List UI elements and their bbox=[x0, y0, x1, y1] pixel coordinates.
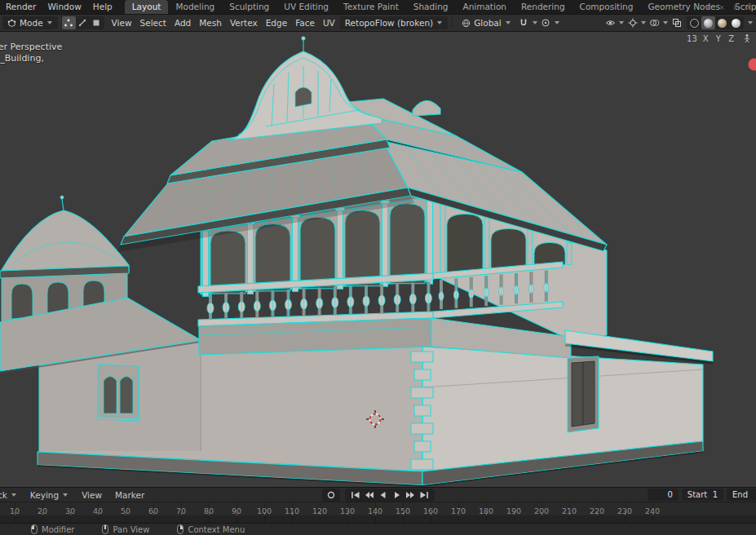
start-frame-field[interactable]: Start 1 bbox=[682, 489, 723, 501]
retopoflow-dropdown[interactable]: RetopoFlow (broken) bbox=[340, 16, 448, 29]
edge-select-button[interactable] bbox=[76, 16, 90, 29]
workspace-tab-layout[interactable]: Layout bbox=[125, 0, 169, 14]
header-menu-select[interactable]: Select bbox=[136, 18, 170, 28]
current-frame-field[interactable]: 0 bbox=[648, 489, 679, 501]
start-value: 1 bbox=[713, 490, 718, 499]
wireframe-shading-button[interactable] bbox=[687, 16, 701, 29]
snap-toggle-button[interactable] bbox=[517, 16, 531, 29]
window bbox=[95, 365, 141, 421]
timeline-menu-keying[interactable]: Keying bbox=[24, 490, 75, 500]
solid-shading-button[interactable] bbox=[701, 16, 715, 29]
mode-label: Mode bbox=[20, 18, 43, 28]
workspace-tab-rendering[interactable]: Rendering bbox=[514, 0, 573, 14]
header-menu-edge[interactable]: Edge bbox=[262, 18, 291, 28]
snap-dropdown[interactable] bbox=[533, 21, 537, 24]
timeline-track bbox=[0, 515, 756, 523]
overlays-dropdown[interactable] bbox=[663, 21, 668, 24]
frame-number: 120 bbox=[312, 506, 327, 515]
shading-dropdown[interactable] bbox=[748, 21, 753, 24]
workspace-tabs: LayoutModelingSculptingUV EditingTexture… bbox=[125, 0, 756, 14]
mode-dropdown[interactable]: Mode bbox=[2, 16, 58, 29]
viewport-header: Mode ViewSelectAddMeshVertexEdgeFaceUV R… bbox=[0, 14, 756, 32]
topbar-icon[interactable]: × bbox=[705, 3, 712, 11]
frame-number: 230 bbox=[617, 506, 632, 515]
topbar: RenderWindowHelp LayoutModelingSculpting… bbox=[0, 0, 756, 14]
solid-shading-icon bbox=[704, 19, 713, 28]
record-icon bbox=[325, 489, 337, 501]
next-keyframe-button[interactable] bbox=[404, 489, 418, 501]
workspace-tab-shading[interactable]: Shading bbox=[406, 0, 456, 14]
timeline-ruler[interactable]: 1020304050607080901001101201301401501601… bbox=[0, 502, 756, 523]
material-preview-button[interactable] bbox=[715, 16, 729, 29]
workspace-tab-sculpting[interactable]: Sculpting bbox=[222, 0, 276, 14]
separator bbox=[452, 17, 453, 29]
workspace-tab-animation[interactable]: Animation bbox=[455, 0, 514, 14]
previous-keyframe-button[interactable] bbox=[362, 489, 376, 501]
face-select-button[interactable] bbox=[90, 16, 104, 29]
play-button[interactable] bbox=[390, 489, 404, 501]
menu-render[interactable]: Render bbox=[0, 0, 42, 14]
proportional-editing-button[interactable] bbox=[539, 16, 553, 29]
jump-to-start-icon bbox=[349, 489, 361, 501]
jump-to-start-button[interactable] bbox=[348, 489, 362, 501]
header-menu-vertex[interactable]: Vertex bbox=[226, 18, 262, 28]
corner-quoins bbox=[411, 352, 433, 470]
menu-window[interactable]: Window bbox=[42, 0, 86, 14]
workspace-tab-modeling[interactable]: Modeling bbox=[168, 0, 222, 14]
blender-window: RenderWindowHelp LayoutModelingSculpting… bbox=[0, 0, 756, 535]
timeline-menu-playback[interactable]: Playback bbox=[0, 490, 24, 500]
gizmo-dropdown[interactable] bbox=[641, 21, 646, 24]
face-select-icon bbox=[91, 18, 101, 28]
play-reverse-icon bbox=[377, 489, 389, 501]
show-visibility-button[interactable] bbox=[603, 16, 617, 29]
rendered-shading-button[interactable] bbox=[729, 16, 743, 29]
play-reverse-button[interactable] bbox=[376, 489, 390, 501]
vertex-select-button[interactable] bbox=[62, 16, 76, 29]
status-label: Pan View bbox=[113, 525, 149, 534]
frame-number: 180 bbox=[479, 506, 493, 515]
header-menu-view[interactable]: View bbox=[108, 18, 136, 28]
jump-to-end-button[interactable] bbox=[418, 489, 431, 501]
proportional-editing-icon bbox=[541, 18, 550, 28]
3d-viewport[interactable]: User Perspective Main_Building, 13 X Y Z bbox=[0, 32, 756, 487]
header-menu-face[interactable]: Face bbox=[291, 18, 319, 28]
axis-gizmo-x-ball[interactable] bbox=[749, 59, 756, 71]
header-menu-add[interactable]: Add bbox=[170, 18, 195, 28]
header-menu-uv[interactable]: UV bbox=[319, 18, 339, 28]
edit-mode-icon bbox=[7, 19, 16, 28]
topbar-icon[interactable]: × bbox=[732, 3, 739, 11]
frame-number: 140 bbox=[368, 506, 382, 515]
show-gizmo-button[interactable] bbox=[626, 16, 639, 29]
show-overlays-button[interactable] bbox=[648, 16, 661, 29]
timeline-menus: PlaybackKeyingViewMarker bbox=[0, 490, 151, 500]
transform-orientation-dropdown[interactable]: Global bbox=[457, 16, 516, 29]
workspace-tab-uv-editing[interactable]: UV Editing bbox=[276, 0, 336, 14]
topbar-icon[interactable]: × bbox=[745, 3, 752, 11]
play-icon bbox=[391, 489, 403, 501]
frame-number: 30 bbox=[65, 506, 75, 515]
timeline-menu-marker[interactable]: Marker bbox=[108, 490, 151, 500]
timeline-menu-view[interactable]: View bbox=[75, 490, 108, 500]
workspace-tab-texture-paint[interactable]: Texture Paint bbox=[336, 0, 406, 14]
statusbar: ModifierPan ViewContext Menu bbox=[0, 523, 756, 535]
visibility-dropdown[interactable] bbox=[619, 21, 624, 24]
menu-help[interactable]: Help bbox=[87, 0, 118, 14]
frame-number: 190 bbox=[506, 506, 521, 515]
frame-number: 220 bbox=[590, 506, 604, 515]
globe-icon bbox=[462, 19, 471, 28]
auto-keying-button[interactable] bbox=[322, 489, 340, 502]
status-hint-modifier: Modifier bbox=[31, 524, 74, 534]
proportional-dropdown[interactable] bbox=[555, 21, 559, 24]
timeline-editor-header: PlaybackKeyingViewMarker 0 Start 1 End bbox=[0, 487, 756, 502]
topbar-icon[interactable]: × bbox=[718, 3, 725, 11]
workspace-tab-compositing[interactable]: Compositing bbox=[573, 0, 641, 14]
end-frame-field[interactable]: End bbox=[727, 489, 756, 501]
retopoflow-label: RetopoFlow (broken) bbox=[345, 18, 433, 28]
frame-number: 20 bbox=[38, 506, 47, 515]
frame-number: 40 bbox=[93, 506, 103, 515]
header-menu-mesh[interactable]: Mesh bbox=[195, 18, 226, 28]
frame-number: 110 bbox=[285, 506, 299, 515]
status-hint-context-menu: Context Menu bbox=[177, 524, 245, 534]
magnet-icon bbox=[519, 18, 528, 28]
toggle-xray-button[interactable] bbox=[670, 16, 683, 29]
